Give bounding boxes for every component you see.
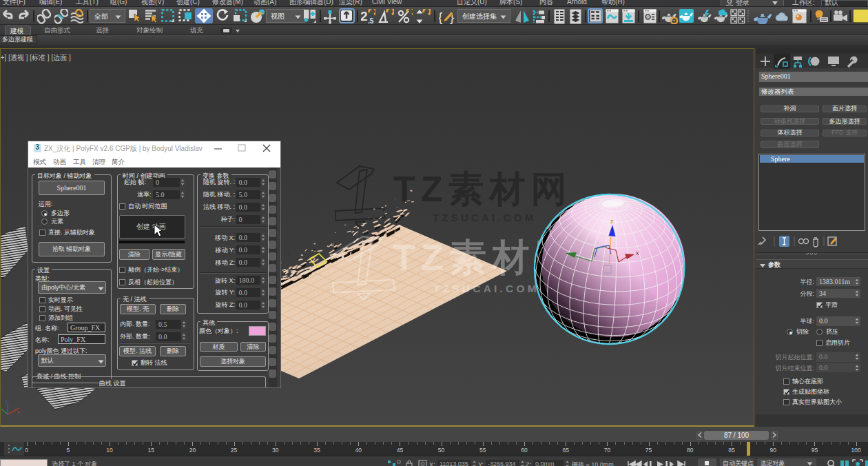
svg-text:z: z <box>6 398 8 404</box>
svg-text:}: } <box>450 10 454 24</box>
svg-text:z: z <box>610 218 614 225</box>
svg-text:x: x <box>636 250 639 256</box>
svg-text:TZ素材网: TZ素材网 <box>393 169 572 209</box>
svg-text:2: 2 <box>361 9 368 23</box>
svg-text:.5: .5 <box>368 17 374 24</box>
svg-text:x: x <box>17 409 20 415</box>
svg-text:TZSUCAI.COM: TZSUCAI.COM <box>433 283 539 294</box>
svg-text:{: { <box>439 10 443 24</box>
svg-text:TZSUCAI.COM: TZSUCAI.COM <box>433 212 536 223</box>
